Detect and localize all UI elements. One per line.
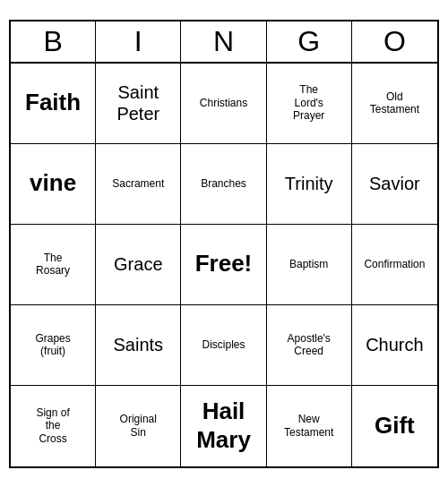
bingo-cell: Apostle's Creed xyxy=(267,305,352,386)
cell-text: Church xyxy=(366,334,423,355)
cell-text: vine xyxy=(30,169,76,197)
bingo-cell: Original Sin xyxy=(96,386,181,466)
cell-text: Confirmation xyxy=(364,258,425,270)
bingo-cell: Branches xyxy=(181,144,266,225)
bingo-card: BINGO FaithSaint PeterChristiansThe Lord… xyxy=(9,20,439,468)
bingo-cell: Grapes (fruit) xyxy=(11,305,96,386)
bingo-cell: Saint Peter xyxy=(96,64,181,144)
cell-text: Saint Peter xyxy=(116,81,159,124)
cell-text: Gift xyxy=(375,412,415,440)
cell-text: Saints xyxy=(113,334,163,355)
cell-text: Hail Mary xyxy=(196,397,251,453)
bingo-cell: The Rosary xyxy=(11,225,96,305)
cell-text: Free! xyxy=(195,250,253,278)
bingo-cell: Confirmation xyxy=(352,225,437,305)
bingo-cell: Gift xyxy=(352,386,437,466)
bingo-cell: The Lord's Prayer xyxy=(267,64,352,144)
cell-text: Disciples xyxy=(202,338,245,351)
cell-text: Christians xyxy=(200,97,247,109)
header-letter: G xyxy=(267,21,352,62)
cell-text: Original Sin xyxy=(120,413,157,439)
bingo-cell: Baptism xyxy=(267,225,352,305)
header-letter: B xyxy=(11,21,96,62)
bingo-cell: Savior xyxy=(352,144,437,225)
cell-text: The Rosary xyxy=(36,252,70,278)
cell-text: Savior xyxy=(369,173,420,194)
cell-text: Apostle's Creed xyxy=(288,332,331,358)
bingo-cell: Church xyxy=(352,305,437,386)
bingo-cell: Sign of the Cross xyxy=(11,386,96,466)
bingo-cell: Faith xyxy=(11,64,96,144)
cell-text: Grace xyxy=(114,253,162,275)
bingo-cell: Hail Mary xyxy=(181,386,266,466)
bingo-cell: Trinity xyxy=(267,144,352,225)
cell-text: Baptism xyxy=(289,258,328,270)
cell-text: Branches xyxy=(201,177,246,190)
bingo-cell: Sacrament xyxy=(96,144,181,225)
bingo-cell: Grace xyxy=(96,225,181,305)
cell-text: Sign of the Cross xyxy=(36,406,69,445)
cell-text: Old Testament xyxy=(370,90,419,116)
cell-text: Grapes (fruit) xyxy=(35,332,70,358)
bingo-cell: vine xyxy=(11,144,96,225)
bingo-cell: Christians xyxy=(181,64,266,144)
cell-text: New Testament xyxy=(284,413,333,439)
cell-text: Sacrament xyxy=(112,177,164,190)
header-letter: O xyxy=(352,21,437,62)
bingo-header: BINGO xyxy=(11,21,437,64)
cell-text: The Lord's Prayer xyxy=(293,83,324,122)
header-letter: I xyxy=(96,21,181,62)
cell-text: Trinity xyxy=(285,173,333,194)
bingo-cell: Saints xyxy=(96,305,181,386)
bingo-cell: Free! xyxy=(181,225,266,305)
bingo-grid: FaithSaint PeterChristiansThe Lord's Pra… xyxy=(11,64,437,466)
bingo-cell: New Testament xyxy=(267,386,352,466)
bingo-cell: Old Testament xyxy=(352,64,437,144)
header-letter: N xyxy=(181,21,266,62)
cell-text: Faith xyxy=(25,89,81,116)
bingo-cell: Disciples xyxy=(181,305,266,386)
